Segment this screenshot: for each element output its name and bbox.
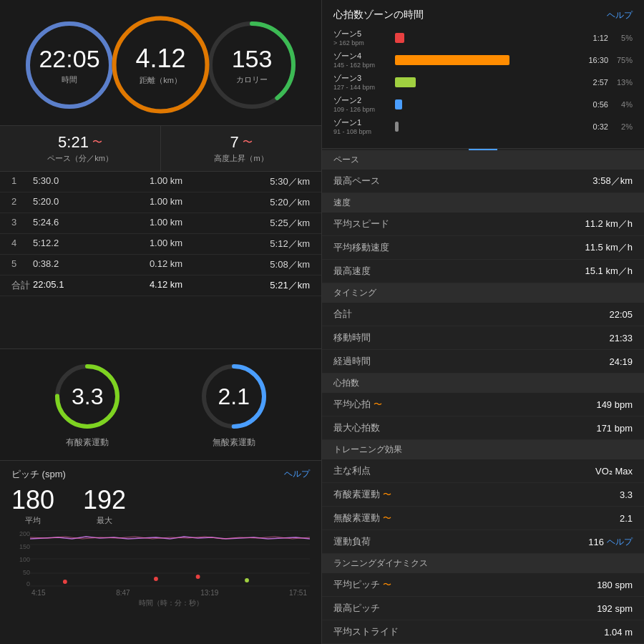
pitch-title: ピッチ (spm) (11, 468, 66, 481)
stats-row: 平均スピード11.2 km／h (322, 213, 644, 236)
lap-distance: 1.00 km (79, 196, 253, 209)
svg-point-15 (63, 580, 67, 584)
zone-pct: 75% (613, 56, 633, 64)
zone-time: 2:57 (583, 78, 608, 87)
pitch-values: 180 平均 192 最大 (11, 485, 310, 526)
left-panel: 22:05 時間 4.12 距離（km） (0, 0, 322, 644)
zone-pct: 5% (613, 34, 633, 42)
zone-pct: 13% (613, 78, 633, 87)
stats-row: 移動時間21:33 (322, 326, 644, 350)
stats-key: 主な利点 (333, 464, 371, 477)
stats-row: 最高ピッチ192 spm (322, 597, 644, 620)
x-label-1: 4:15 (31, 589, 45, 597)
zone-row: ゾーン5 > 162 bpm 1:12 5% (333, 29, 633, 47)
anaerobic-label: 無酸素運動 (213, 436, 255, 449)
stats-row: 平均心拍 〜149 bpm (322, 393, 644, 416)
total-label: 合計 (11, 279, 33, 292)
stats-key: 合計 (333, 308, 352, 321)
total-row: 合計 22:05.1 4.12 km 5:21／km (0, 275, 321, 296)
total-distance: 4.12 km (79, 279, 253, 292)
anaerobic-value: 2.1 (218, 383, 250, 409)
zone-time: 0:32 (583, 122, 608, 131)
distance-circle: 4.12 距離（km） (109, 13, 213, 117)
table-row: 4 5:12.2 1.00 km 5:12／km (0, 234, 321, 255)
lap-distance: 0.12 km (79, 258, 253, 271)
stats-val: 3.3 (620, 488, 633, 501)
table-row: 2 5:20.0 1.00 km 5:20／km (0, 192, 321, 213)
distance-value: 4.12 (135, 44, 185, 74)
zone-bar (395, 33, 404, 43)
aerobic-circle: 3.3 (52, 361, 123, 432)
stats-row: 最高速度15.1 km／h (322, 260, 644, 283)
lap-pace: 5:12／km (253, 238, 310, 250)
x-label-3: 13:19 (200, 589, 218, 597)
zone-name: ゾーン4 (333, 51, 391, 62)
stats-row: 経過時間24:19 (322, 350, 644, 374)
zone-bar (395, 99, 402, 109)
stats-row: 合計22:05 (322, 303, 644, 326)
stats-row: 無酸素運動 〜2.1 (322, 507, 644, 530)
hr-zones-help[interactable]: ヘルプ (607, 9, 633, 21)
stats-row: 平均ピッチ 〜180 spm (322, 573, 644, 597)
zone-name: ゾーン2 (333, 95, 391, 106)
lap-number: 5 (11, 258, 33, 271)
stats-val: 22:05 (609, 308, 633, 321)
zone-bar (395, 122, 399, 132)
stats-key: 運動負荷 (333, 535, 371, 548)
elevation-number: 7 (230, 133, 238, 152)
zone-info: ゾーン2 109 - 126 bpm (333, 95, 391, 113)
zone-range: 127 - 144 bpm (333, 84, 391, 91)
pace-elevation-row: 5:21 〜 ペース（分／km） 7 〜 高度上昇（m） (0, 125, 321, 172)
stats-group-header: 心拍数 (322, 374, 644, 393)
hr-zones-title: 心拍数ゾーンの時間 (333, 9, 424, 21)
stats-key: 平均心拍 〜 (333, 398, 382, 411)
stats-val: 24:19 (609, 355, 633, 368)
pace-value-container: 5:21 〜 (58, 133, 102, 152)
stats-row: 最高ペース3:58／km (322, 170, 644, 193)
pitch-help-link[interactable]: ヘルプ (284, 468, 310, 480)
pitch-max-label: 最大 (97, 515, 112, 526)
lap-pace: 5:25／km (253, 217, 310, 230)
lap-number: 1 (11, 175, 33, 188)
zone-info: ゾーン5 > 162 bpm (333, 29, 391, 47)
stats-key: 有酸素運動 〜 (333, 488, 391, 501)
pitch-chart-svg (30, 530, 310, 587)
pace-label: ペース（分／km） (47, 153, 113, 164)
zone-row: ゾーン1 91 - 108 bpm 0:32 2% (333, 117, 633, 135)
pitch-max-value: 192 (83, 485, 126, 515)
zone-name: ゾーン1 (333, 117, 391, 128)
stats-row: 平均ストライド1.04 m (322, 620, 644, 644)
lap-pace: 5:20／km (253, 196, 310, 209)
stats-key: 最高速度 (333, 265, 371, 278)
stats-val: 3:58／km (592, 175, 633, 187)
stats-key: 平均移動速度 (333, 241, 389, 254)
zones-container: ゾーン5 > 162 bpm 1:12 5% ゾーン4 145 - 162 bp… (333, 29, 633, 135)
x-label-4: 17:51 (289, 589, 307, 597)
stats-key: 最大心拍数 (333, 421, 380, 434)
svg-point-18 (245, 578, 249, 582)
top-stats: 22:05 時間 4.12 距離（km） (0, 0, 321, 125)
lap-distance: 1.00 km (79, 238, 253, 250)
help-link[interactable]: ヘルプ (607, 536, 633, 548)
svg-point-16 (154, 577, 158, 581)
anaerobic-te: 2.1 無酸素運動 (198, 361, 270, 449)
lap-time: 5:20.0 (33, 196, 79, 209)
hr-zones-section: 心拍数ゾーンの時間 ヘルプ ゾーン5 > 162 bpm 1:12 5% ゾーン… (322, 0, 644, 149)
lap-time: 5:12.2 (33, 238, 79, 250)
calories-value: 153 (232, 45, 273, 73)
pitch-chart: 200 150 100 50 0 (11, 530, 310, 616)
zone-range: 91 - 108 bpm (333, 128, 391, 135)
elevation-label: 高度上昇（m） (214, 153, 268, 164)
lap-number: 4 (11, 238, 33, 250)
calories-label: カロリー (236, 74, 268, 85)
training-effect-section: 3.3 有酸素運動 2.1 無酸素運動 (0, 348, 321, 460)
stats-group-header: 速度 (322, 193, 644, 213)
zone-pct: 4% (613, 100, 633, 109)
calories-circle: 153 カロリー (205, 19, 298, 112)
total-pace: 5:21／km (253, 279, 310, 292)
pitch-avg: 180 平均 (11, 485, 54, 526)
stats-row: 運動負荷116 ヘルプ (322, 530, 644, 554)
lap-time: 5:30.0 (33, 175, 79, 188)
stats-row: 有酸素運動 〜3.3 (322, 483, 644, 507)
pace-item: 5:21 〜 ペース（分／km） (0, 126, 161, 171)
